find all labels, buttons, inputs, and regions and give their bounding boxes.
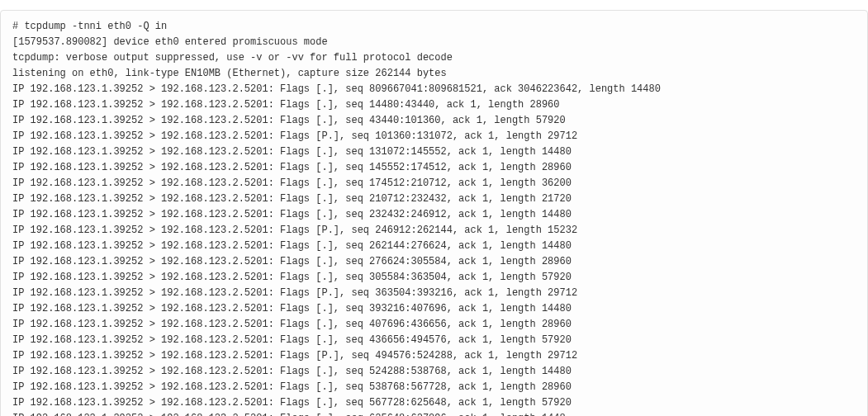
packet-line: IP 192.168.123.1.39252 > 192.168.123.2.5… — [12, 193, 572, 205]
packet-line: IP 192.168.123.1.39252 > 192.168.123.2.5… — [12, 350, 577, 362]
suppressed-msg: tcpdump: verbose output suppressed, use … — [12, 52, 453, 64]
packet-line: IP 192.168.123.1.39252 > 192.168.123.2.5… — [12, 162, 572, 173]
packet-line: IP 192.168.123.1.39252 > 192.168.123.2.5… — [12, 334, 572, 346]
packet-line: IP 192.168.123.1.39252 > 192.168.123.2.5… — [12, 240, 572, 252]
listening-msg: listening on eth0, link-type EN10MB (Eth… — [12, 68, 447, 79]
packet-line: IP 192.168.123.1.39252 > 192.168.123.2.5… — [12, 287, 577, 299]
packet-line: IP 192.168.123.1.39252 > 192.168.123.2.5… — [12, 83, 661, 95]
packet-line: IP 192.168.123.1.39252 > 192.168.123.2.5… — [12, 177, 572, 189]
packet-line: IP 192.168.123.1.39252 > 192.168.123.2.5… — [12, 256, 572, 267]
packet-line: IP 192.168.123.1.39252 > 192.168.123.2.5… — [12, 99, 560, 111]
packet-line: IP 192.168.123.1.39252 > 192.168.123.2.5… — [12, 413, 566, 416]
promisc-msg: [1579537.890082] device eth0 entered pro… — [12, 36, 328, 48]
packet-line: IP 192.168.123.1.39252 > 192.168.123.2.5… — [12, 146, 572, 158]
packet-line: IP 192.168.123.1.39252 > 192.168.123.2.5… — [12, 319, 572, 330]
packet-line: IP 192.168.123.1.39252 > 192.168.123.2.5… — [12, 397, 572, 409]
packet-line: IP 192.168.123.1.39252 > 192.168.123.2.5… — [12, 366, 572, 377]
packet-line: IP 192.168.123.1.39252 > 192.168.123.2.5… — [12, 209, 572, 220]
packet-line: IP 192.168.123.1.39252 > 192.168.123.2.5… — [12, 303, 572, 314]
command-line: # tcpdump -tnni eth0 -Q in — [12, 21, 167, 32]
packet-line: IP 192.168.123.1.39252 > 192.168.123.2.5… — [12, 381, 572, 393]
packet-line: IP 192.168.123.1.39252 > 192.168.123.2.5… — [12, 130, 577, 142]
packet-line: IP 192.168.123.1.39252 > 192.168.123.2.5… — [12, 272, 572, 283]
terminal-output: # tcpdump -tnni eth0 -Q in [1579537.8900… — [0, 10, 868, 416]
packet-line: IP 192.168.123.1.39252 > 192.168.123.2.5… — [12, 115, 566, 126]
packet-line: IP 192.168.123.1.39252 > 192.168.123.2.5… — [12, 225, 577, 236]
